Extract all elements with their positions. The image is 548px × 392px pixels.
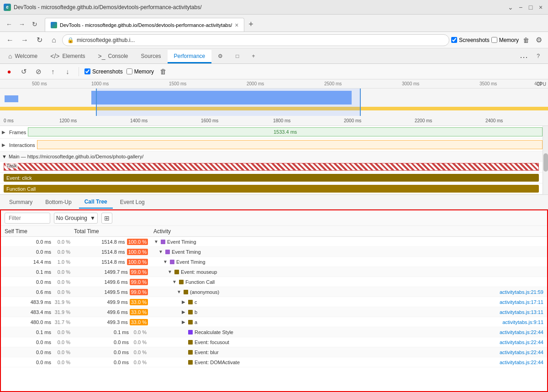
tab-console[interactable]: >_ Console: [92, 50, 135, 63]
tree-expand-icon[interactable]: ▼: [158, 249, 163, 254]
expand-all-btn[interactable]: ⊞: [101, 213, 112, 224]
tab-more[interactable]: +: [246, 50, 262, 63]
clear-recordings-btn[interactable]: 🗑: [521, 35, 532, 46]
thumbnail-row: [0, 89, 548, 112]
table-row[interactable]: 14.4 ms 1.0 % 1514.8 ms 100.0 % ▼ Event …: [1, 257, 547, 267]
table-row[interactable]: 0.0 ms 0.0 % 1499.6 ms 99.0 % ▼ Function…: [1, 277, 547, 287]
tab-event-log[interactable]: Event Log: [115, 196, 150, 209]
task-row: Task: [0, 162, 543, 172]
interactions-content: [37, 139, 543, 151]
overview-chart[interactable]: [0, 89, 548, 116]
browser-tab[interactable]: DevTools - microsoftedge.github.io/Demos…: [45, 18, 244, 31]
upload-btn[interactable]: ↑: [47, 66, 58, 77]
devtools-settings-btn[interactable]: ⚙: [533, 35, 544, 46]
tree-expand-icon[interactable]: ▶: [181, 319, 186, 324]
tab-call-tree[interactable]: Call Tree: [79, 196, 113, 209]
tree-expand-icon[interactable]: ▼: [163, 259, 168, 264]
tree-expand-icon[interactable]: ▼: [153, 239, 159, 244]
tab-performance-label: Performance: [174, 53, 206, 59]
tab-settings-gear[interactable]: ⚙: [211, 50, 229, 63]
self-pct: 0.0 %: [53, 279, 70, 285]
back-btn[interactable]: ←: [4, 19, 15, 30]
source-link[interactable]: activitytabs.js:22:44: [500, 329, 547, 335]
table-row[interactable]: 0.0 ms 0.0 % 0.0 ms 0.0 % Event: blur ac…: [1, 347, 547, 357]
download-btn[interactable]: ↓: [62, 66, 73, 77]
total-pct: 100.0 %: [127, 239, 148, 245]
clear-btn[interactable]: ⊘: [33, 66, 44, 77]
frames-expand[interactable]: ▶: [0, 129, 7, 136]
source-link[interactable]: activitytabs.js:21:59: [500, 289, 547, 295]
activity-color-box: [188, 300, 193, 304]
tab-dock[interactable]: □: [229, 50, 245, 63]
new-tab-btn[interactable]: +: [245, 19, 256, 30]
tab-elements[interactable]: </> Elements: [44, 50, 91, 63]
table-row[interactable]: 483.9 ms 31.9 % 499.9 ms 33.0 % ▶ c acti…: [1, 297, 547, 307]
tab-welcome[interactable]: ⌂ Welcome: [2, 50, 44, 63]
back-icon[interactable]: ←: [4, 34, 16, 47]
source-link[interactable]: activitytabs.js:22:44: [500, 350, 547, 355]
tab-sources[interactable]: Sources: [135, 50, 168, 63]
source-link[interactable]: activitytabs.js:22:44: [500, 360, 547, 365]
total-time-label: Total Time: [74, 228, 99, 235]
header-activity: Activity: [152, 228, 547, 235]
table-row[interactable]: 480.0 ms 31.7 % 499.3 ms 33.0 % ▶ a acti…: [1, 317, 547, 327]
memory-perf-checkbox[interactable]: [126, 68, 132, 74]
dropdown-btn[interactable]: ⌄: [507, 4, 514, 11]
minimize-btn[interactable]: −: [517, 4, 524, 11]
tab-summary[interactable]: Summary: [4, 196, 38, 209]
table-row[interactable]: 0.1 ms 0.0 % 1499.7 ms 99.0 % ▼ Event: m…: [1, 267, 547, 277]
screenshots-checkbox[interactable]: [451, 37, 457, 43]
tab-performance[interactable]: Performance: [168, 50, 212, 63]
self-time-cell: 0.0 ms 0.0 %: [1, 350, 74, 355]
table-row[interactable]: 0.0 ms 0.0 % 1514.8 ms 100.0 % ▼ Event T…: [1, 247, 547, 257]
source-link[interactable]: activitytabs.js:22:44: [500, 340, 547, 345]
table-row[interactable]: 0.6 ms 0.0 % 1499.5 ms 99.0 % ▼ (anonymo…: [1, 287, 547, 297]
timeline-scrollbar[interactable]: [543, 126, 548, 194]
activity-name: Event: focusout: [195, 340, 498, 345]
tab-close-btn[interactable]: ×: [235, 21, 238, 29]
call-tree-panel: No Grouping ▼ ⊞ Self Time Total Time: [0, 209, 548, 392]
tree-expand-icon[interactable]: ▼: [176, 289, 182, 294]
refresh-icon[interactable]: ↻: [33, 34, 46, 47]
tab-help[interactable]: ?: [530, 50, 546, 63]
tree-expand-icon[interactable]: ▼: [172, 279, 177, 284]
memory-label: Memory: [499, 37, 519, 43]
address-bar[interactable]: 🔒 microsoftedge.github.i...: [62, 34, 449, 46]
close-btn[interactable]: ×: [537, 4, 544, 11]
devtools-more-btn[interactable]: ⋯: [517, 51, 530, 63]
table-row[interactable]: 0.0 ms 0.0 % 0.0 ms 0.0 % Event: focusou…: [1, 337, 547, 347]
record-btn[interactable]: ●: [4, 66, 15, 77]
detail-tick-2400: 2400 ms: [485, 118, 503, 123]
home-icon[interactable]: ⌂: [47, 34, 60, 47]
memory-checkbox[interactable]: [491, 37, 497, 43]
source-link[interactable]: activitytabs.js:17:11: [500, 299, 547, 305]
total-pct: 0.0 %: [131, 339, 148, 345]
activity-color-box: [165, 250, 170, 254]
activity-color-box: [179, 280, 184, 284]
filter-input[interactable]: [5, 213, 50, 224]
forward-btn[interactable]: →: [16, 19, 27, 30]
refresh-btn[interactable]: ↻: [29, 19, 40, 30]
maximize-btn[interactable]: □: [527, 4, 534, 11]
table-row[interactable]: 0.0 ms 0.0 % 0.0 ms 0.0 % Event: DOMActi…: [1, 357, 547, 367]
main-collapse-icon[interactable]: ▼: [2, 154, 7, 159]
grouping-dropdown[interactable]: No Grouping ▼: [54, 213, 98, 224]
screenshots-perf-checkbox[interactable]: [84, 68, 90, 74]
tab-bottom-up[interactable]: Bottom-Up: [40, 196, 77, 209]
tree-expand-icon[interactable]: ▶: [181, 309, 186, 314]
total-ms: 499.6 ms: [107, 309, 128, 315]
table-row[interactable]: 0.1 ms 0.0 % 0.1 ms 0.0 % Recalculate St…: [1, 327, 547, 337]
source-link[interactable]: activitytabs.js:9:11: [502, 319, 547, 325]
source-link[interactable]: activitytabs.js:13:11: [500, 309, 547, 315]
reload-record-btn[interactable]: ↺: [18, 66, 29, 77]
tab-bar: ← → ↻ DevTools - microsoftedge.github.io…: [0, 15, 548, 32]
tree-expand-icon[interactable]: ▶: [181, 299, 186, 304]
interactions-expand[interactable]: ▶: [0, 141, 7, 149]
forward-icon[interactable]: →: [18, 34, 31, 47]
tree-expand-icon[interactable]: ▼: [167, 269, 173, 274]
table-row[interactable]: 483.4 ms 31.9 % 499.6 ms 33.0 % ▶ b acti…: [1, 307, 547, 317]
ruler-tick-3000: 3000 ms: [402, 81, 419, 86]
activity-cell: ▼ (anonymous) activitytabs.js:21:59: [152, 289, 547, 295]
trash-perf-btn[interactable]: 🗑: [158, 66, 169, 77]
table-row[interactable]: 0.0 ms 0.0 % 1514.8 ms 100.0 % ▼ Event T…: [1, 237, 547, 247]
